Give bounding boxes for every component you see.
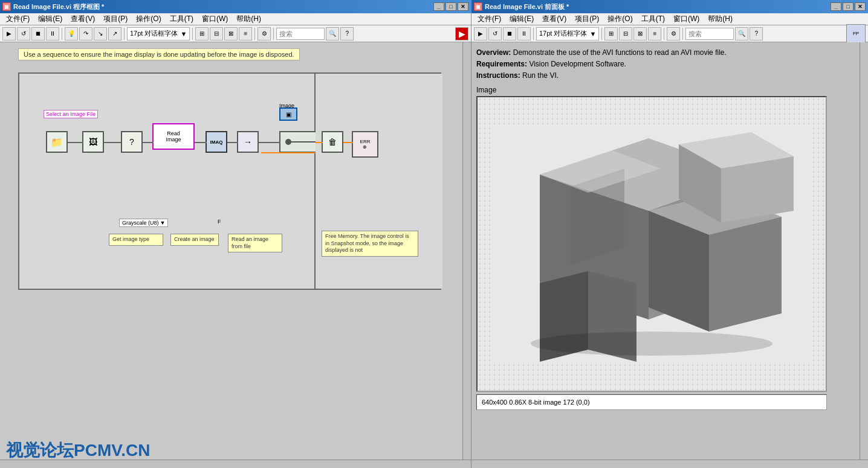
font-label: 17pt 对话框字体 — [130, 29, 178, 38]
search-btn[interactable]: 🔍 — [326, 27, 339, 40]
close-button[interactable]: ✕ — [458, 2, 468, 11]
right-menu-view[interactable]: 查看(V) — [539, 14, 570, 25]
sep2 — [124, 28, 125, 40]
wire-3 — [143, 142, 154, 143]
grayscale-label: Grayscale (U8) — [122, 220, 159, 226]
image-section-label: Image — [476, 86, 863, 94]
arrow-node: → — [237, 131, 259, 153]
run-btn[interactable]: ▶ — [2, 27, 16, 40]
grayscale-dropdown[interactable]: Grayscale (U8) ▼ — [119, 219, 168, 227]
left-scrollbar-v[interactable] — [462, 42, 471, 468]
left-window-icon: ▣ — [2, 2, 11, 11]
left-scrollbar-h[interactable] — [0, 460, 471, 468]
titlebar-buttons[interactable]: _ □ ✕ — [433, 2, 468, 11]
right-window-icon: ▣ — [474, 2, 482, 11]
seq-panel-right: Free Memory. The image control is in Sna… — [316, 74, 442, 289]
sep3 — [192, 28, 193, 40]
right-reorder-btn[interactable]: ≡ — [648, 27, 661, 40]
image-node-1: 🖼 — [82, 131, 104, 153]
sep4 — [254, 28, 255, 40]
requirements-text: Vision Development Software. — [529, 60, 626, 68]
right-dist-btn[interactable]: ⊟ — [619, 27, 632, 40]
overview-label: Overview: — [476, 48, 511, 57]
step-in-btn[interactable]: ↘ — [94, 27, 107, 40]
step-over-btn[interactable]: ↷ — [79, 27, 92, 40]
select-image-label: Select an Image File — [44, 110, 98, 118]
wire-6 — [259, 142, 280, 143]
right-menu-help[interactable]: 帮助(H) — [704, 14, 736, 25]
search-input[interactable] — [276, 28, 325, 40]
svg-marker-6 — [709, 217, 782, 332]
right-restore-button[interactable]: □ — [843, 2, 853, 11]
requirements-line: Requirements: Vision Development Softwar… — [476, 59, 863, 70]
right-align-btn[interactable]: ⊞ — [604, 27, 618, 40]
right-font-arrow: ▼ — [589, 30, 596, 37]
align-btn[interactable]: ⊞ — [195, 27, 209, 40]
step-out-btn[interactable]: ↗ — [108, 27, 121, 40]
left-menubar: 文件(F) 编辑(E) 查看(V) 项目(P) 操作(O) 工具(T) 窗口(W… — [0, 13, 471, 25]
menu-help[interactable]: 帮助(H) — [233, 14, 265, 25]
question-node: ? — [121, 131, 143, 153]
read-image-block: Read Image — [152, 123, 195, 150]
reorder-btn[interactable]: ≡ — [239, 27, 252, 40]
env-btn[interactable]: ⚙ — [257, 27, 271, 40]
right-titlebar-left: ▣ Read Image File.vi 前面板 * — [474, 2, 569, 11]
svg-point-12 — [531, 332, 772, 356]
right-pause-btn[interactable]: ⏸ — [517, 27, 531, 40]
menu-file[interactable]: 文件(F) — [2, 14, 33, 25]
font-dropdown-arrow: ▼ — [180, 30, 187, 37]
right-help-btn[interactable]: ? — [750, 27, 763, 40]
menu-view[interactable]: 查看(V) — [67, 14, 99, 25]
right-close-button[interactable]: ✕ — [855, 2, 866, 11]
help-btn[interactable]: ? — [340, 27, 354, 40]
right-resize-btn[interactable]: ⊠ — [633, 27, 647, 40]
restore-button[interactable]: □ — [445, 2, 456, 11]
right-search-input[interactable] — [685, 28, 734, 40]
right-titlebar-buttons[interactable]: _ □ ✕ — [831, 2, 866, 11]
dist-btn[interactable]: ⊟ — [210, 27, 223, 40]
right-minimize-button[interactable]: _ — [831, 2, 841, 11]
blocks-svg — [491, 126, 812, 362]
right-scrollbar-h[interactable] — [471, 460, 868, 468]
diagram-area[interactable]: Use a sequence to ensure the image displ… — [0, 42, 471, 468]
imaq-node: IMAQ — [206, 131, 227, 153]
right-menu-project[interactable]: 项目(P) — [571, 14, 603, 25]
right-run-cont-btn[interactable]: ↺ — [488, 27, 502, 40]
right-abort-btn[interactable]: ⏹ — [503, 27, 516, 40]
right-fp-icon: FP — [846, 24, 866, 43]
pause-btn[interactable]: ⏸ — [46, 27, 59, 40]
right-menu-edit[interactable]: 编辑(E) — [506, 14, 537, 25]
instructions-label: Instructions: — [476, 71, 520, 80]
right-scrollbar-v[interactable] — [860, 42, 868, 468]
sequence-frame: Select an Image File 📁 🖼 ? Read Image IM… — [18, 72, 441, 290]
menu-window[interactable]: 窗口(W) — [198, 14, 232, 25]
watermark: 视觉论坛PCMV.CN — [6, 439, 151, 462]
right-titlebar: ▣ Read Image File.vi 前面板 * _ □ ✕ — [471, 0, 868, 13]
read-image-label: Read Image — [166, 130, 181, 143]
cursor-btn[interactable]: ▶ — [455, 27, 468, 40]
run-cont-btn[interactable]: ↺ — [17, 27, 30, 40]
right-run-btn[interactable]: ▶ — [474, 27, 487, 40]
highlight-btn[interactable]: 💡 — [65, 27, 78, 40]
menu-project[interactable]: 项目(P) — [100, 14, 131, 25]
right-search-btn[interactable]: 🔍 — [735, 27, 748, 40]
right-sep4 — [682, 28, 683, 40]
right-font-dropdown[interactable]: 17pt 对话框字体 ▼ — [536, 27, 599, 40]
right-env-btn[interactable]: ⚙ — [667, 27, 680, 40]
right-menu-operate[interactable]: 操作(O) — [604, 14, 636, 25]
menu-edit[interactable]: 编辑(E) — [34, 14, 66, 25]
left-toolbar: ▶ ↺ ⏹ ⏸ 💡 ↷ ↘ ↗ 17pt 对话框字体 ▼ ⊞ ⊟ ⊠ ≡ ⚙ 🔍… — [0, 25, 471, 42]
wire-orange-r1 — [316, 142, 323, 143]
menu-tools[interactable]: 工具(T) — [166, 14, 197, 25]
left-window-title: Read Image File.vi 程序框图 * — [13, 2, 104, 11]
minimize-button[interactable]: _ — [433, 2, 444, 11]
resize-btn[interactable]: ⊠ — [224, 27, 238, 40]
right-menu-file[interactable]: 文件(F) — [474, 14, 505, 25]
overview-line1: Overview: Demonstrate the use of the AVI… — [476, 47, 863, 59]
menu-operate[interactable]: 操作(O) — [132, 14, 164, 25]
right-menu-tools[interactable]: 工具(T) — [638, 14, 669, 25]
font-dropdown[interactable]: 17pt 对话框字体 ▼ — [127, 27, 190, 40]
abort-btn[interactable]: ⏹ — [31, 27, 45, 40]
status-text: 640x400 0.86X 8-bit image 172 (0,0) — [482, 399, 590, 406]
right-menu-window[interactable]: 窗口(W) — [670, 14, 703, 25]
